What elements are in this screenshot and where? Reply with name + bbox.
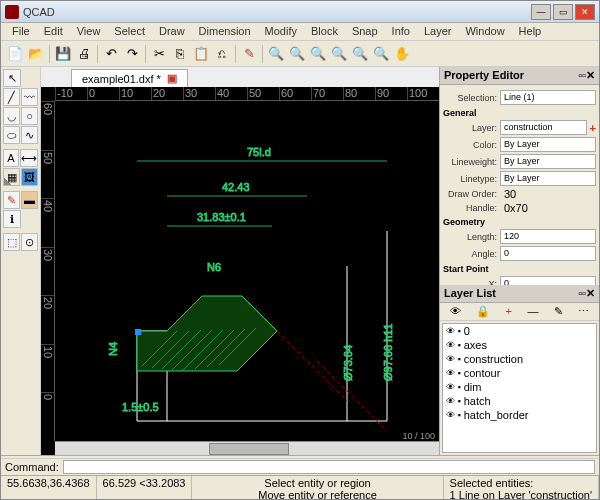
redo-icon[interactable]: ↷ <box>122 44 142 64</box>
tab-example01[interactable]: example01.dxf * ▣ <box>71 69 188 87</box>
erase-tool-icon[interactable]: ▬ <box>21 191 38 209</box>
zoom-sel-icon[interactable]: 🔍 <box>329 44 349 64</box>
scrollbar-horizontal[interactable] <box>55 441 439 455</box>
svg-text:42.43: 42.43 <box>222 181 250 193</box>
tool-icon[interactable]: ⎌ <box>212 44 232 64</box>
menu-edit[interactable]: Edit <box>37 23 70 40</box>
new-icon[interactable]: 📄 <box>5 44 25 64</box>
menu-draw[interactable]: Draw <box>152 23 192 40</box>
layer-list[interactable]: 👁 ▪ 0 👁 ▪ axes 👁 ▪ construction 👁 ▪ cont… <box>442 323 597 453</box>
paste-icon[interactable]: 📋 <box>191 44 211 64</box>
layer-list-header: Layer List▫▫✕ <box>440 285 599 303</box>
layer-item[interactable]: 👁 ▪ construction <box>443 352 596 366</box>
snap-tool-icon[interactable]: ⊙ <box>21 233 38 251</box>
block-tool-icon[interactable]: ⬚ <box>3 233 20 251</box>
layer-item[interactable]: 👁 ▪ 0 <box>443 324 596 338</box>
zoom-auto-icon[interactable]: 🔍 <box>308 44 328 64</box>
edit-icon[interactable]: ✎ <box>554 305 563 318</box>
layer-item[interactable]: 👁 ▪ hatch_border <box>443 408 596 422</box>
modify-tool-icon[interactable]: ✎ <box>3 191 20 209</box>
handle-value: 0x70 <box>500 202 528 214</box>
text-tool-icon[interactable]: A <box>3 149 19 167</box>
spline-tool-icon[interactable]: ∿ <box>21 126 38 144</box>
svg-rect-17 <box>135 329 141 335</box>
panel-controls-icon[interactable]: ▫▫✕ <box>578 69 595 82</box>
ellipse-tool-icon[interactable]: ⬭ <box>3 126 20 144</box>
minimize-button[interactable]: — <box>531 4 551 20</box>
menu-dimension[interactable]: Dimension <box>192 23 258 40</box>
menu-file[interactable]: File <box>5 23 37 40</box>
line-tool-icon[interactable]: ╱ <box>3 88 20 106</box>
pointer-tool-icon[interactable]: ↖ <box>3 69 21 87</box>
layer-item[interactable]: 👁 ▪ dim <box>443 380 596 394</box>
menu-select[interactable]: Select <box>107 23 152 40</box>
angle-field[interactable]: 0 <box>500 246 596 261</box>
title-bar: QCAD — ▭ ✕ <box>1 1 599 23</box>
pencil-icon[interactable]: ✎ <box>239 44 259 64</box>
zoom-win-icon[interactable]: 🔍 <box>371 44 391 64</box>
hatch-tool-icon[interactable]: ▦ <box>3 168 20 186</box>
panel-controls-icon[interactable]: ▫▫✕ <box>578 287 595 300</box>
drawing-area[interactable]: 75l.d 42.43 31.83±0.1 N6 N4 1.5±0.5 Ø73.… <box>55 101 439 441</box>
arc-tool-icon[interactable]: ◡ <box>3 107 20 125</box>
add-icon[interactable]: + <box>506 305 512 318</box>
layer-item[interactable]: 👁 ▪ hatch <box>443 394 596 408</box>
close-button[interactable]: ✕ <box>575 4 595 20</box>
menu-info[interactable]: Info <box>385 23 417 40</box>
selection-dropdown[interactable]: Line (1) <box>500 90 596 105</box>
menu-modify[interactable]: Modify <box>258 23 304 40</box>
add-layer-icon[interactable]: + <box>590 122 596 134</box>
layer-item[interactable]: 👁 ▪ axes <box>443 338 596 352</box>
main-toolbar: 📄 📂 💾 🖨 ↶ ↷ ✂ ⎘ 📋 ⎌ ✎ 🔍 🔍 🔍 🔍 🔍 🔍 ✋ <box>1 41 599 67</box>
ruler-horizontal: -100102030405060708090100 <box>55 87 439 101</box>
app-logo-icon <box>5 5 19 19</box>
menu-help[interactable]: Help <box>512 23 549 40</box>
remove-icon[interactable]: — <box>527 305 538 318</box>
svg-text:N4: N4 <box>107 342 119 356</box>
app-title: QCAD <box>23 6 531 18</box>
more-icon[interactable]: ⋯ <box>578 305 589 318</box>
circle-tool-icon[interactable]: ○ <box>21 107 38 125</box>
zoom-prev-icon[interactable]: 🔍 <box>350 44 370 64</box>
zoom-in-icon[interactable]: 🔍 <box>266 44 286 64</box>
copy-icon[interactable]: ⎘ <box>170 44 190 64</box>
tab-close-icon[interactable]: ▣ <box>167 72 177 85</box>
maximize-button[interactable]: ▭ <box>553 4 573 20</box>
lineweight-dropdown[interactable]: By Layer <box>500 154 596 169</box>
status-hint: Select entity or regionMove entity or re… <box>192 476 443 500</box>
length-field[interactable]: 120 <box>500 229 596 244</box>
color-dropdown[interactable]: By Layer <box>500 137 596 152</box>
print-icon[interactable]: 🖨 <box>74 44 94 64</box>
pan-icon[interactable]: ✋ <box>392 44 412 64</box>
drawing-canvas[interactable]: -100102030405060708090100 0102030405060 <box>41 87 439 455</box>
menu-view[interactable]: View <box>70 23 108 40</box>
save-icon[interactable]: 💾 <box>53 44 73 64</box>
layer-dropdown[interactable]: construction <box>500 120 587 135</box>
svg-marker-6 <box>137 296 277 371</box>
zoom-out-icon[interactable]: 🔍 <box>287 44 307 64</box>
view-scale: 10 / 100 <box>402 431 435 441</box>
coord-relative: 66.529 <33.2083 <box>97 476 193 500</box>
menu-window[interactable]: Window <box>458 23 511 40</box>
scroll-thumb[interactable] <box>209 443 289 455</box>
eye-icon[interactable]: 👁 <box>450 305 461 318</box>
command-input[interactable] <box>63 460 595 474</box>
lock-icon[interactable]: 🔒 <box>476 305 490 318</box>
menu-layer[interactable]: Layer <box>417 23 459 40</box>
menu-snap[interactable]: Snap <box>345 23 385 40</box>
info-tool-icon[interactable]: ℹ <box>3 210 21 228</box>
dim-tool-icon[interactable]: ⟷ <box>20 149 38 167</box>
status-selection: Selected entities:1 Line on Layer 'const… <box>444 476 599 500</box>
linetype-dropdown[interactable]: By Layer <box>500 171 596 186</box>
command-line: Command: <box>1 458 599 475</box>
menu-bar: File Edit View Select Draw Dimension Mod… <box>1 23 599 41</box>
open-icon[interactable]: 📂 <box>26 44 46 64</box>
undo-icon[interactable]: ↶ <box>101 44 121 64</box>
menu-block[interactable]: Block <box>304 23 345 40</box>
property-editor-header: Property Editor▫▫✕ <box>440 67 599 85</box>
polyline-tool-icon[interactable]: 〰 <box>21 88 38 106</box>
start-x-field[interactable]: 0 <box>500 276 596 285</box>
cut-icon[interactable]: ✂ <box>149 44 169 64</box>
layer-item[interactable]: 👁 ▪ contour <box>443 366 596 380</box>
image-tool-icon[interactable]: 🖼 <box>21 168 38 186</box>
